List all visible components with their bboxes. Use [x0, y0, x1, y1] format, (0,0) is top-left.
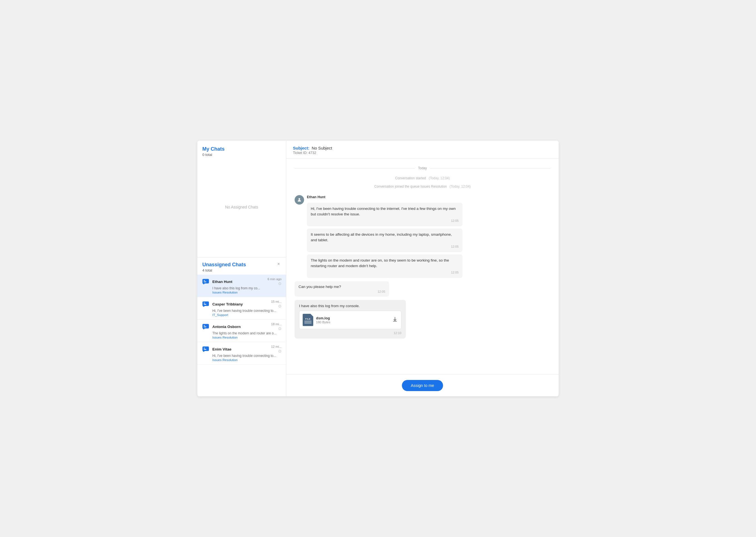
chat-preview-casper: Hi, I've been having trouble connecting …: [212, 309, 282, 313]
date-divider: Today: [295, 166, 550, 170]
avatar-ethan: [295, 195, 304, 205]
assign-to-me-button[interactable]: Assign to me: [402, 380, 443, 391]
svg-rect-1: [204, 280, 205, 281]
file-info: dsm.log 180 Bytes: [316, 316, 389, 324]
chat-item-ethan-hunt[interactable]: Ethan Hunt 6 min ago ⊙ I have also this …: [197, 274, 286, 297]
svg-point-12: [298, 198, 300, 200]
file-message-bubble: I have also this log from my console. FI…: [295, 300, 406, 339]
chat-info-casper: Casper Tribbiany 15 mi... ⊙ Hi, I've bee…: [212, 300, 282, 316]
message-text-1: Hi, I've been having trouble connecting …: [311, 207, 456, 216]
svg-rect-10: [204, 348, 205, 348]
chat-preview-enim: Hi, I've been having trouble connecting …: [212, 354, 282, 358]
unassigned-chat-list: Ethan Hunt 6 min ago ⊙ I have also this …: [197, 274, 286, 396]
chat-time-casper: 15 mi...: [271, 300, 282, 303]
chat-preview-antonia: The lights on the modem and router are o…: [212, 331, 282, 335]
chat-queue-antonia: Issues Resolution: [212, 336, 282, 339]
chat-time-ethan: 6 min ago: [267, 277, 282, 281]
svg-rect-7: [204, 325, 205, 326]
ticket-id: Ticket ID: 4732: [293, 151, 552, 155]
chat-meta-ethan: 6 min ago ⊙: [265, 277, 282, 286]
chat-queue-ethan: Issues Resolution: [212, 291, 282, 294]
system-message-joined: Conversation joined the queue Issues Res…: [295, 185, 550, 188]
unassigned-chats-section: Unassigned Chats 4 total ×: [197, 257, 286, 396]
svg-rect-4: [204, 303, 205, 303]
file-name: dsm.log: [316, 316, 389, 320]
unassigned-header: Unassigned Chats 4 total ×: [197, 257, 286, 274]
unassigned-chats-count: 4 total: [202, 268, 246, 272]
system-joined-time: (Today, 12:04): [448, 185, 471, 188]
download-button[interactable]: [392, 316, 398, 323]
close-unassigned-button[interactable]: ×: [276, 262, 281, 266]
subject-value: No Subject: [312, 145, 332, 150]
arrow-right-icon-ethan: ⊙: [278, 281, 282, 286]
chat-item-antonia[interactable]: Antonia Osborn 18 mi... ⊙ The lights on …: [197, 320, 286, 342]
unassigned-title-group: Unassigned Chats 4 total: [202, 262, 246, 272]
chat-info-enim: Enim Vitae 12 mi... ⊙ Hi, I've been havi…: [212, 345, 282, 362]
standalone-time: 12:05: [298, 290, 385, 293]
file-icon: FILE: [303, 314, 313, 326]
file-size: 180 Bytes: [316, 320, 389, 324]
svg-rect-9: [202, 347, 209, 351]
chat-bubble-icon: [202, 278, 210, 286]
unassigned-chats-title: Unassigned Chats: [202, 262, 246, 268]
chat-bubble-icon-casper: [202, 301, 210, 308]
ticket-id-value: 4732: [308, 151, 316, 155]
chat-name-ethan: Ethan Hunt: [212, 280, 232, 284]
svg-rect-8: [204, 327, 206, 327]
messages-stack-ethan: Ethan Hunt Hi, I've been having trouble …: [307, 195, 550, 278]
chat-preview-ethan: I have also this log from my co...: [212, 286, 282, 290]
my-chats-section: My Chats 0 total No Assigned Chats: [197, 141, 286, 257]
svg-rect-3: [202, 302, 209, 306]
chat-time-antonia: 18 mi...: [271, 322, 282, 326]
chat-name-antonia: Antonia Osborn: [212, 325, 241, 329]
chat-item-enim[interactable]: Enim Vitae 12 mi... ⊙ Hi, I've been havi…: [197, 342, 286, 365]
arrow-right-icon-enim: ⊙: [278, 349, 282, 353]
app-container: My Chats 0 total No Assigned Chats Unass…: [197, 141, 559, 396]
chat-queue-enim: Issues Resolution: [212, 358, 282, 362]
system-message-started: Conversation started (Today, 12:04): [295, 176, 550, 180]
svg-rect-0: [202, 279, 209, 283]
standalone-text: Can you please help me?: [298, 285, 341, 289]
sender-name-ethan: Ethan Hunt: [307, 195, 550, 199]
arrow-right-icon-antonia: ⊙: [278, 326, 282, 331]
ticket-header: Subject: No Subject Ticket ID: 4732: [286, 141, 559, 158]
message-text-2: It seems to be affecting all the devices…: [311, 232, 452, 242]
message-time-1: 12:05: [311, 219, 458, 223]
arrow-right-icon-casper: ⊙: [278, 304, 282, 308]
date-label: Today: [415, 166, 430, 170]
standalone-bubble: Can you please help me? 12:05: [295, 281, 389, 297]
my-chats-count: 0 total: [202, 152, 281, 157]
svg-rect-6: [202, 324, 209, 329]
message-group-ethan: Ethan Hunt Hi, I've been having trouble …: [295, 195, 550, 278]
subject-label: Subject:: [293, 145, 309, 150]
message-text-3: The lights on the modem and router are o…: [311, 258, 449, 268]
system-joined-text: Conversation joined the queue Issues Res…: [375, 185, 447, 188]
chat-queue-casper: IT_Support: [212, 313, 282, 316]
no-assigned-label: No Assigned Chats: [202, 161, 281, 253]
chat-info-ethan: Ethan Hunt 6 min ago ⊙ I have also this …: [212, 277, 282, 294]
system-started-text: Conversation started: [395, 176, 426, 180]
message-time-2: 12:05: [311, 244, 458, 249]
chat-bubble-icon-enim: [202, 346, 210, 353]
my-chats-title: My Chats: [202, 146, 281, 152]
ticket-id-label: Ticket ID:: [293, 151, 307, 155]
message-bubble-1: Hi, I've been having trouble connecting …: [307, 203, 462, 226]
chat-item-casper[interactable]: Casper Tribbiany 15 mi... ⊙ Hi, I've bee…: [197, 297, 286, 320]
svg-rect-5: [204, 304, 206, 305]
svg-rect-2: [204, 282, 206, 282]
conversation-area: Today Conversation started (Today, 12:04…: [286, 158, 559, 374]
message-bubble-2: It seems to be affecting all the devices…: [307, 228, 462, 252]
chat-name-casper: Casper Tribbiany: [212, 302, 243, 306]
file-message-time: 12:10: [299, 331, 401, 335]
chat-name-enim: Enim Vitae: [212, 347, 231, 351]
file-attachment: FILE dsm.log 180 Bytes: [299, 311, 401, 329]
chat-bubble-icon-antonia: [202, 323, 210, 331]
sidebar: My Chats 0 total No Assigned Chats Unass…: [197, 141, 286, 396]
main-content: Subject: No Subject Ticket ID: 4732 Toda…: [286, 141, 559, 396]
standalone-message-area: Can you please help me? 12:05: [295, 281, 550, 297]
chat-info-antonia: Antonia Osborn 18 mi... ⊙ The lights on …: [212, 322, 282, 339]
message-time-3: 12:05: [311, 270, 458, 275]
svg-rect-11: [204, 349, 206, 350]
file-message-text: I have also this log from my console.: [299, 304, 401, 308]
system-started-time: (Today, 12:04): [427, 176, 450, 180]
